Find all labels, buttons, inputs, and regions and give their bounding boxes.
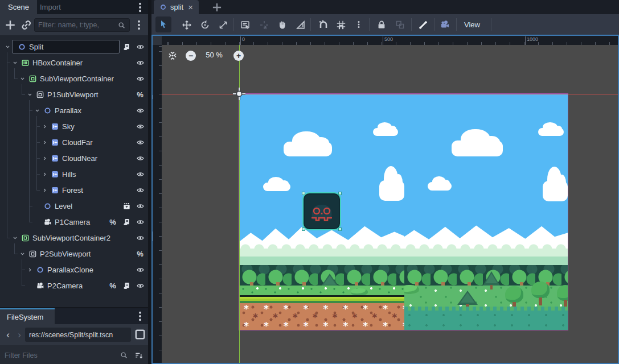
grid-snap-tool-button[interactable] [333, 16, 349, 32]
collapse-icon[interactable] [33, 106, 42, 115]
expand-icon[interactable] [26, 266, 34, 274]
visibility-eye-icon[interactable] [136, 154, 145, 163]
tree-row-sky[interactable]: Sky [0, 118, 148, 134]
close-tab-icon[interactable]: × [188, 3, 193, 11]
chevron-right-icon [41, 139, 48, 146]
collapse-icon[interactable] [18, 75, 27, 83]
viewport-panel: 05001000 0500 [151, 35, 619, 364]
zoom-out-button[interactable]: − [186, 51, 196, 61]
add-node-button[interactable] [3, 18, 17, 32]
dock-menu-icon[interactable] [133, 1, 147, 14]
scale-icon [218, 19, 228, 30]
scene-filter-input[interactable]: Filter: name, t:type, [34, 18, 130, 32]
position-select-tool-button[interactable] [256, 16, 272, 32]
script-icon[interactable] [122, 281, 131, 290]
visibility-eye-icon[interactable] [136, 281, 145, 290]
smart-snap-tool-button[interactable] [315, 16, 331, 32]
filesystem-menu-icon[interactable] [133, 309, 147, 323]
lock-tool-button[interactable] [373, 16, 389, 32]
tree-row-forest[interactable]: Forest [0, 182, 148, 198]
visibility-eye-icon[interactable] [136, 74, 145, 83]
move-tool-button[interactable] [178, 16, 194, 32]
tree-row-subviewportcontainer[interactable]: SubViewportContainer [0, 71, 148, 86]
player-sprite-selected[interactable] [304, 193, 340, 229]
tree-row-parallax[interactable]: Parallax [0, 102, 148, 118]
scene-instance-icon[interactable] [122, 201, 131, 210]
filter-files-input[interactable]: Filter Files [0, 345, 148, 364]
expand-icon[interactable] [40, 154, 49, 163]
tree-row-level[interactable]: Level [0, 198, 148, 214]
scene-tree-menu-icon [132, 18, 146, 32]
collapse-icon[interactable] [11, 234, 19, 242]
split-view-icon[interactable] [133, 328, 147, 341]
visibility-eye-icon[interactable] [136, 42, 145, 51]
tree-row-split[interactable]: Split [0, 39, 148, 55]
tab-filesystem[interactable]: FileSystem [0, 308, 55, 324]
node-name: HBoxContainer [32, 59, 136, 67]
visibility-eye-icon[interactable] [136, 138, 145, 147]
pan-tool-button[interactable] [274, 16, 290, 32]
visibility-eye-icon[interactable] [136, 185, 145, 195]
tree-row-hboxcontainer[interactable]: HBoxContainer [0, 55, 148, 71]
visibility-eye-icon[interactable] [136, 169, 145, 179]
ruler-vertical[interactable]: 0500 [153, 45, 162, 363]
forward-button[interactable]: › [14, 328, 25, 342]
scene-tree-menu-icon[interactable] [132, 18, 146, 32]
expand-icon[interactable] [40, 138, 49, 147]
snap-options-tool-button[interactable] [351, 16, 367, 32]
visibility-eye-icon[interactable] [136, 201, 145, 210]
visibility-eye-icon[interactable] [136, 106, 145, 115]
node-name: ParallaxClone [47, 266, 136, 274]
list-select-tool-button[interactable] [237, 16, 253, 32]
group-tool-button[interactable] [392, 16, 408, 32]
scale-tool-button[interactable] [215, 16, 231, 32]
tab-import[interactable]: Import [32, 0, 69, 14]
tree-row-subviewportcontainer2[interactable]: SubViewportContainer2 [0, 230, 148, 246]
ruler-tool-button[interactable] [292, 16, 308, 32]
tree-row-cloudnear[interactable]: CloudNear [0, 150, 148, 166]
ruler-horizontal[interactable]: 05001000 [162, 36, 618, 45]
collapse-icon[interactable] [3, 43, 12, 51]
zoom-level[interactable]: 50 % [199, 51, 229, 59]
parallax-icon [51, 154, 59, 163]
back-button[interactable]: ‹ [2, 328, 14, 342]
select-tool-button[interactable] [155, 16, 171, 32]
visibility-eye-icon[interactable] [136, 217, 145, 226]
collapse-icon[interactable] [18, 250, 27, 258]
rename-node-input[interactable]: Split [12, 40, 120, 53]
collapse-icon[interactable] [11, 59, 19, 67]
expand-icon[interactable] [40, 122, 49, 131]
sort-files-icon[interactable] [134, 350, 144, 360]
tree-row-p1camera[interactable]: P1Camera% [0, 214, 148, 230]
chevron-right-icon [26, 266, 34, 274]
tree-row-hills[interactable]: Hills [0, 166, 148, 182]
skeleton-tool-button[interactable] [415, 16, 431, 32]
tree-row-p2subviewport[interactable]: P2SubViewport% [0, 246, 148, 262]
camera-override-tool-button[interactable] [437, 16, 453, 32]
expand-icon[interactable] [40, 186, 49, 195]
filesystem-nav: ‹ › res://scenes/Split/split.tscn [0, 324, 148, 345]
instance-scene-button[interactable] [19, 18, 33, 32]
rotate-tool-button[interactable] [196, 16, 212, 32]
sort-files-icon [134, 350, 144, 360]
visibility-eye-icon[interactable] [136, 233, 145, 242]
script-icon[interactable] [122, 217, 131, 226]
script-icon[interactable] [122, 42, 131, 51]
viewport-canvas[interactable]: ************ ************ ************ [162, 45, 618, 363]
node-name: SubViewportContainer2 [32, 234, 136, 242]
new-scene-tab-button[interactable] [211, 1, 223, 14]
path-field[interactable]: res://scenes/Split/split.tscn [25, 328, 131, 342]
scene-tree[interactable]: SplitHBoxContainerSubViewportContainerP1… [0, 35, 148, 307]
zoom-in-button[interactable]: + [233, 51, 244, 61]
scene-tab-split[interactable]: split × [154, 0, 199, 14]
visibility-eye-icon[interactable] [136, 122, 145, 131]
view-menu-button[interactable]: View [457, 16, 487, 32]
origin-gizmo[interactable] [232, 86, 247, 101]
visibility-eye-icon[interactable] [136, 58, 145, 67]
collapse-icon[interactable] [26, 90, 34, 99]
skeleton-icon [417, 19, 428, 30]
expand-icon[interactable] [40, 170, 49, 179]
tree-row-cloudfar[interactable]: CloudFar [0, 134, 148, 150]
visibility-eye-icon[interactable] [136, 265, 145, 274]
center-view-icon[interactable] [167, 51, 178, 61]
